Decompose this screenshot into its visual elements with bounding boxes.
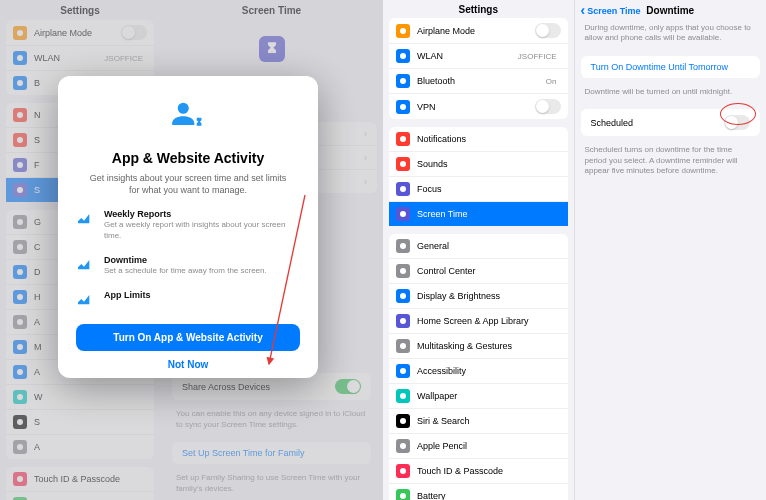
feature-row: App Limits	[58, 283, 318, 314]
feature-row: Weekly ReportsGet a weekly report with i…	[58, 202, 318, 248]
icon	[396, 24, 410, 38]
feature-desc: Set a schedule for time away from the sc…	[104, 266, 267, 276]
svg-point-25	[400, 136, 406, 142]
svg-point-39	[400, 493, 406, 499]
row-label: Focus	[417, 184, 561, 194]
settings-row[interactable]: Wallpaper	[389, 384, 568, 409]
svg-point-23	[400, 78, 406, 84]
modal-subtitle: Get insights about your screen time and …	[76, 172, 300, 196]
page-title: Downtime	[646, 5, 694, 16]
row-label: Apple Pencil	[417, 441, 561, 451]
row-label: Wallpaper	[417, 391, 561, 401]
row-label: General	[417, 241, 561, 251]
row-label: Control Center	[417, 266, 561, 276]
svg-point-22	[400, 53, 406, 59]
row-label: Screen Time	[417, 209, 561, 219]
turn-on-downtime[interactable]: Turn On Downtime Until Tomorrow	[581, 56, 761, 78]
svg-point-27	[400, 186, 406, 192]
row-label: Display & Brightness	[417, 291, 561, 301]
svg-point-30	[400, 268, 406, 274]
settings-row[interactable]: VPN	[389, 94, 568, 119]
row-label: Battery	[417, 491, 561, 500]
icon	[396, 132, 410, 146]
settings-row[interactable]: Accessibility	[389, 359, 568, 384]
activity-modal: App & Website Activity Get insights abou…	[58, 76, 318, 378]
icon	[396, 364, 410, 378]
icon	[396, 157, 410, 171]
svg-point-28	[400, 211, 406, 217]
icon	[396, 289, 410, 303]
settings-row[interactable]: Battery	[389, 484, 568, 500]
icon	[396, 314, 410, 328]
settings-row[interactable]: BluetoothOn	[389, 69, 568, 94]
icon	[396, 339, 410, 353]
icon	[396, 182, 410, 196]
svg-point-31	[400, 293, 406, 299]
person-hourglass-icon	[169, 98, 207, 136]
downtime-desc: During downtime, only apps that you choo…	[575, 20, 767, 50]
settings-row[interactable]: Airplane Mode	[389, 18, 568, 44]
icon	[396, 389, 410, 403]
settings-row[interactable]: Sounds	[389, 152, 568, 177]
modal-title: App & Website Activity	[112, 150, 264, 166]
sched-desc: Scheduled turns on downtime for the time…	[575, 142, 767, 182]
row-label: Sounds	[417, 159, 561, 169]
downtime-pane: Screen Time Downtime During downtime, on…	[575, 0, 767, 500]
svg-point-26	[400, 161, 406, 167]
not-now-button[interactable]: Not Now	[58, 359, 318, 370]
settings-row[interactable]: General	[389, 234, 568, 259]
settings-row[interactable]: WLANJSOFFICE	[389, 44, 568, 69]
row-label: Siri & Search	[417, 416, 561, 426]
icon	[396, 100, 410, 114]
icon	[396, 439, 410, 453]
feature-title: App Limits	[104, 290, 151, 300]
action-desc: Downtime will be turned on until midnigh…	[575, 84, 767, 103]
toggle[interactable]	[535, 23, 561, 38]
svg-point-24	[400, 104, 406, 110]
settings-row[interactable]: Touch ID & Passcode	[389, 459, 568, 484]
toggle[interactable]	[535, 99, 561, 114]
settings-row[interactable]: Screen Time	[389, 202, 568, 226]
icon	[396, 207, 410, 221]
icon	[396, 264, 410, 278]
back-button[interactable]: Screen Time	[581, 2, 641, 18]
svg-point-37	[400, 443, 406, 449]
icon	[396, 489, 410, 500]
settings-row[interactable]: Siri & Search	[389, 409, 568, 434]
page-title: Settings	[383, 0, 574, 18]
svg-point-35	[400, 393, 406, 399]
row-label: Airplane Mode	[417, 26, 535, 36]
icon	[396, 74, 410, 88]
settings-pane: Settings Airplane ModeWLANJSOFFICEBlueto…	[383, 0, 575, 500]
settings-row[interactable]: Home Screen & App Library	[389, 309, 568, 334]
row-value: On	[546, 77, 557, 86]
feature-title: Weekly Reports	[104, 209, 300, 219]
settings-row[interactable]: Display & Brightness	[389, 284, 568, 309]
feature-desc: Get a weekly report with insights about …	[104, 220, 300, 241]
highlight-circle	[720, 103, 756, 125]
row-label: Touch ID & Passcode	[417, 466, 561, 476]
row-value: JSOFFICE	[518, 52, 557, 61]
turn-on-button[interactable]: Turn On App & Website Activity	[76, 324, 300, 351]
settings-row[interactable]: Focus	[389, 177, 568, 202]
svg-point-33	[400, 343, 406, 349]
settings-row[interactable]: Notifications	[389, 127, 568, 152]
row-label: Accessibility	[417, 366, 561, 376]
svg-point-34	[400, 368, 406, 374]
row-label: Notifications	[417, 134, 561, 144]
row-label: VPN	[417, 102, 535, 112]
svg-point-36	[400, 418, 406, 424]
svg-point-38	[400, 468, 406, 474]
row-label: WLAN	[417, 51, 518, 61]
icon	[396, 239, 410, 253]
feature-title: Downtime	[104, 255, 267, 265]
icon	[396, 414, 410, 428]
svg-point-21	[400, 28, 406, 34]
settings-row[interactable]: Apple Pencil	[389, 434, 568, 459]
row-label: Multitasking & Gestures	[417, 341, 561, 351]
feature-row: DowntimeSet a schedule for time away fro…	[58, 248, 318, 283]
settings-row[interactable]: Control Center	[389, 259, 568, 284]
svg-point-32	[400, 318, 406, 324]
settings-row[interactable]: Multitasking & Gestures	[389, 334, 568, 359]
row-label: Home Screen & App Library	[417, 316, 561, 326]
